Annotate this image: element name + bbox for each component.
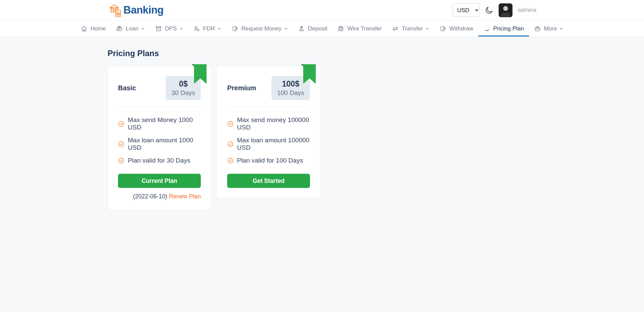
main-nav: HomeLoanDPSFDRRequest MoneyDepositWire T… bbox=[0, 21, 644, 37]
plan-name: Premium bbox=[227, 84, 256, 92]
nav-item-label: Loan bbox=[126, 25, 139, 32]
nav-item-label: Transfer bbox=[402, 25, 423, 32]
nav-item-pricing-plan[interactable]: Pricing Plan bbox=[478, 21, 529, 37]
plan-feature: Plan valid for 100 Days bbox=[227, 157, 310, 164]
page-title: Pricing Plans bbox=[108, 49, 536, 58]
nav-item-label: Home bbox=[91, 25, 106, 32]
feature-text: Max loan amount 1000 USD bbox=[128, 137, 201, 151]
app-header: $ Banking USD bbox=[0, 0, 644, 21]
feature-text: Plan valid for 30 Days bbox=[128, 157, 190, 164]
nav-item-fdr[interactable]: FDR bbox=[188, 21, 226, 37]
chevron-down-icon bbox=[217, 27, 221, 31]
ribbon-fold bbox=[192, 64, 194, 66]
ribbon-fold bbox=[301, 64, 303, 66]
nav-item-request-money[interactable]: Request Money bbox=[226, 21, 293, 37]
deposit-icon bbox=[298, 25, 305, 32]
check-circle-icon bbox=[227, 141, 234, 147]
feature-text: Plan valid for 100 Days bbox=[237, 157, 303, 164]
transfer-icon bbox=[392, 25, 399, 32]
dark-mode-toggle[interactable] bbox=[485, 6, 494, 15]
pricing-plan-icon bbox=[483, 25, 490, 32]
fdr-icon bbox=[193, 25, 200, 32]
loan-icon bbox=[116, 25, 123, 32]
plan-card-basic: Basic0$30 DaysMax send Money 1000 USDMax… bbox=[108, 66, 211, 211]
nav-item-label: Deposit bbox=[308, 25, 328, 32]
plan-feature: Plan valid for 30 Days bbox=[118, 157, 201, 164]
nav-item-label: Pricing Plan bbox=[493, 25, 524, 32]
brand-logo[interactable]: $ Banking bbox=[108, 3, 164, 18]
bank-logo-icon: $ bbox=[108, 3, 122, 18]
plan-duration: 100 Days bbox=[277, 89, 304, 97]
check-circle-icon bbox=[118, 158, 124, 164]
nav-item-label: Withdraw bbox=[449, 25, 473, 32]
feature-text: Max loan amount 100000 USD bbox=[237, 137, 310, 151]
pricing-cards: Basic0$30 DaysMax send Money 1000 USDMax… bbox=[108, 66, 536, 211]
nav-item-loan[interactable]: Loan bbox=[111, 21, 150, 37]
divider bbox=[227, 106, 310, 107]
nav-item-label: Wire Transfer bbox=[347, 25, 382, 32]
nav-item-dps[interactable]: DPS bbox=[150, 21, 188, 37]
home-icon bbox=[81, 25, 88, 32]
chevron-down-icon bbox=[559, 27, 563, 31]
svg-text:$: $ bbox=[117, 13, 119, 16]
renew-row: (2022-06-10)Renew Plan bbox=[118, 193, 201, 200]
plan-feature: Max send Money 1000 USD bbox=[118, 116, 201, 131]
plan-name: Basic bbox=[118, 84, 136, 92]
plan-price: 100$ bbox=[277, 79, 304, 89]
moon-icon bbox=[485, 6, 494, 15]
nav-item-withdraw[interactable]: Withdraw bbox=[434, 21, 478, 37]
chevron-down-icon bbox=[141, 27, 145, 31]
renew-plan-link[interactable]: Renew Plan bbox=[169, 193, 201, 200]
nav-item-wire-transfer[interactable]: Wire Transfer bbox=[332, 21, 387, 37]
currency-select[interactable]: USD bbox=[453, 3, 480, 17]
nav-item-more[interactable]: More bbox=[529, 21, 569, 37]
nav-item-label: Request Money bbox=[241, 25, 282, 32]
feature-text: Max send money 100000 USD bbox=[237, 116, 310, 131]
renew-date: (2022-06-10) bbox=[133, 193, 167, 200]
chevron-down-icon bbox=[179, 27, 183, 31]
plan-feature: Max send money 100000 USD bbox=[227, 116, 310, 131]
plan-duration: 30 Days bbox=[171, 89, 195, 97]
main-content: Pricing Plans Basic0$30 DaysMax send Mon… bbox=[0, 37, 644, 211]
plan-card-premium: Premium100$100 DaysMax send money 100000… bbox=[217, 66, 320, 198]
check-circle-icon bbox=[118, 141, 124, 147]
username[interactable]: admina bbox=[518, 7, 536, 14]
chevron-down-icon bbox=[284, 27, 288, 31]
check-circle-icon bbox=[227, 158, 234, 164]
dps-icon bbox=[155, 25, 162, 32]
wire-transfer-icon bbox=[337, 25, 344, 32]
more-icon bbox=[534, 25, 541, 32]
get-started-button[interactable]: Get Started bbox=[227, 174, 310, 188]
brand-name: Banking bbox=[123, 4, 164, 16]
plan-feature: Max loan amount 1000 USD bbox=[118, 137, 201, 151]
check-circle-icon bbox=[227, 121, 234, 127]
nav-item-transfer[interactable]: Transfer bbox=[387, 21, 434, 37]
divider bbox=[118, 106, 201, 107]
nav-item-label: DPS bbox=[165, 25, 177, 32]
plan-feature: Max loan amount 100000 USD bbox=[227, 137, 310, 151]
chevron-down-icon bbox=[425, 27, 429, 31]
withdraw-icon bbox=[439, 25, 446, 32]
request-money-icon bbox=[232, 25, 238, 32]
nav-item-label: FDR bbox=[203, 25, 215, 32]
nav-item-label: More bbox=[544, 25, 557, 32]
current-plan-button[interactable]: Current Plan bbox=[118, 174, 201, 188]
avatar[interactable] bbox=[499, 3, 512, 17]
plan-price: 0$ bbox=[171, 79, 195, 89]
check-circle-icon bbox=[118, 121, 124, 127]
nav-item-home[interactable]: Home bbox=[76, 21, 111, 37]
nav-item-deposit[interactable]: Deposit bbox=[293, 21, 333, 37]
feature-text: Max send Money 1000 USD bbox=[128, 116, 201, 131]
